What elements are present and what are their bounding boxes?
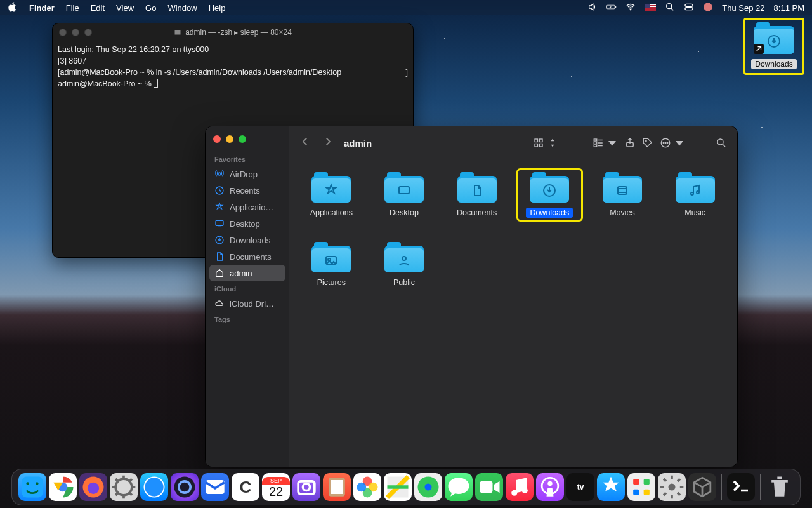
svg-rect-5	[685, 7, 693, 10]
search-button[interactable]	[716, 137, 727, 149]
dock-appstore[interactable]	[597, 473, 625, 501]
svg-point-36	[36, 482, 38, 485]
dock-terminal[interactable]	[727, 473, 755, 501]
svg-rect-57	[480, 481, 492, 493]
svg-rect-18	[594, 145, 597, 147]
sidebar-section-favorites: Favorites	[209, 152, 285, 166]
dock-system-preferences[interactable]	[658, 473, 686, 501]
forward-button[interactable]	[322, 136, 334, 150]
sidebar-item-applications[interactable]: Applicatio…	[209, 199, 285, 215]
dock-calendar[interactable]: SEP22	[262, 473, 290, 501]
menu-edit[interactable]: Edit	[91, 3, 105, 13]
folder-downloads[interactable]: Downloads	[516, 168, 583, 222]
dock-chrome[interactable]	[49, 473, 77, 501]
svg-rect-12	[535, 139, 538, 142]
dock-facetime[interactable]	[475, 473, 503, 501]
menu-go[interactable]: Go	[145, 3, 156, 13]
sidebar-item-recents[interactable]: Recents	[209, 182, 285, 199]
menubar-date[interactable]: Thu Sep 22	[722, 3, 764, 13]
battery-icon[interactable]	[606, 2, 617, 14]
dock-separator-2	[760, 474, 761, 500]
svg-point-8	[218, 173, 221, 175]
action-button[interactable]	[660, 137, 685, 149]
dock-podcasts[interactable]	[536, 473, 564, 501]
sidebar-item-admin[interactable]: admin	[209, 265, 285, 281]
svg-rect-16	[594, 139, 597, 141]
finder-window[interactable]: Favorites AirDrop Recents Applicatio… De…	[205, 126, 738, 467]
desktop-downloads-alias[interactable]: Downloads	[743, 18, 804, 75]
share-button[interactable]	[624, 137, 636, 149]
terminal-titlebar[interactable]: admin — -zsh ▸ sleep — 80×24	[53, 23, 413, 41]
svg-point-40	[88, 483, 99, 494]
control-center-icon[interactable]	[684, 2, 694, 14]
sidebar-item-downloads[interactable]: Downloads	[209, 232, 285, 248]
finder-close-button[interactable]	[213, 135, 221, 143]
user-icon[interactable]	[703, 2, 713, 14]
dock-finder[interactable]	[18, 473, 46, 501]
svg-point-2	[631, 9, 632, 10]
svg-point-58	[511, 490, 517, 496]
finder-zoom-button[interactable]	[239, 135, 246, 143]
input-source-icon[interactable]	[645, 4, 656, 11]
dock-safari[interactable]	[140, 473, 168, 501]
app-name[interactable]: Finder	[29, 3, 55, 13]
dock-contacts[interactable]	[323, 473, 351, 501]
dock-screenshot[interactable]	[292, 473, 320, 501]
terminal-title: admin — -zsh ▸ sleep — 80×24	[185, 28, 292, 37]
terminal-minimize-button[interactable]	[72, 29, 79, 36]
menu-help[interactable]: Help	[209, 3, 226, 13]
folder-movies[interactable]: Movies	[589, 168, 656, 222]
terminal-zoom-button[interactable]	[84, 29, 92, 36]
dock-maps[interactable]	[384, 473, 412, 501]
finder-minimize-button[interactable]	[226, 135, 233, 143]
dock-photos[interactable]	[353, 473, 381, 501]
apple-menu[interactable]	[8, 2, 18, 14]
dock-siri[interactable]	[171, 473, 199, 501]
svg-point-66	[669, 484, 676, 491]
dock-mail[interactable]	[201, 473, 229, 501]
sidebar-item-documents[interactable]: Documents	[209, 248, 285, 265]
menu-window[interactable]: Window	[167, 3, 197, 13]
sidebar-section-icloud: iCloud	[209, 281, 285, 295]
sidebar-item-airdrop[interactable]: AirDrop	[209, 166, 285, 182]
sidebar-item-icloud-drive[interactable]: iCloud Dri…	[209, 295, 285, 312]
tags-button[interactable]	[642, 137, 653, 149]
dock-preferences-old[interactable]	[110, 473, 138, 501]
folder-pictures[interactable]: Pictures	[298, 238, 365, 291]
svg-rect-13	[540, 139, 543, 142]
volume-icon[interactable]	[587, 2, 598, 14]
wifi-icon[interactable]	[625, 2, 636, 14]
folder-public[interactable]: Public	[371, 238, 438, 291]
back-button[interactable]	[299, 136, 311, 150]
group-button[interactable]	[593, 137, 618, 149]
svg-point-56	[425, 484, 432, 491]
svg-rect-63	[644, 479, 650, 485]
menubar: Finder File Edit View Go Window Help Thu…	[0, 0, 812, 15]
svg-point-48	[303, 484, 310, 491]
folder-documents[interactable]: Documents	[443, 168, 510, 222]
folder-applications[interactable]: Applications	[298, 168, 365, 222]
dock-trash[interactable]	[766, 473, 794, 501]
terminal-close-button[interactable]	[59, 29, 67, 36]
view-icons-button[interactable]	[533, 137, 558, 149]
folder-music[interactable]: Music	[662, 168, 728, 222]
dock-box[interactable]	[688, 473, 716, 501]
finder-toolbar: admin	[289, 126, 737, 159]
dock-firefox[interactable]	[79, 473, 107, 501]
menu-file[interactable]: File	[66, 3, 79, 13]
dock-find-my[interactable]	[414, 473, 442, 501]
menu-view[interactable]: View	[116, 3, 134, 13]
svg-point-20	[645, 140, 646, 142]
dock-tv[interactable]: tv	[566, 473, 594, 501]
sidebar-item-desktop[interactable]: Desktop	[209, 215, 285, 232]
dock-launchpad[interactable]	[627, 473, 655, 501]
spotlight-icon[interactable]	[665, 2, 675, 14]
dock-music[interactable]	[506, 473, 534, 501]
terminal-cursor	[154, 79, 158, 88]
dock-messages[interactable]	[445, 473, 473, 501]
folder-desktop[interactable]: Desktop	[371, 168, 438, 222]
dock: C SEP22 tv	[11, 469, 801, 505]
dock-cursor[interactable]: C	[232, 473, 259, 501]
menubar-time[interactable]: 8:11 PM	[774, 3, 804, 13]
finder-content[interactable]: Applications Desktop Documents Downloads…	[289, 159, 737, 467]
